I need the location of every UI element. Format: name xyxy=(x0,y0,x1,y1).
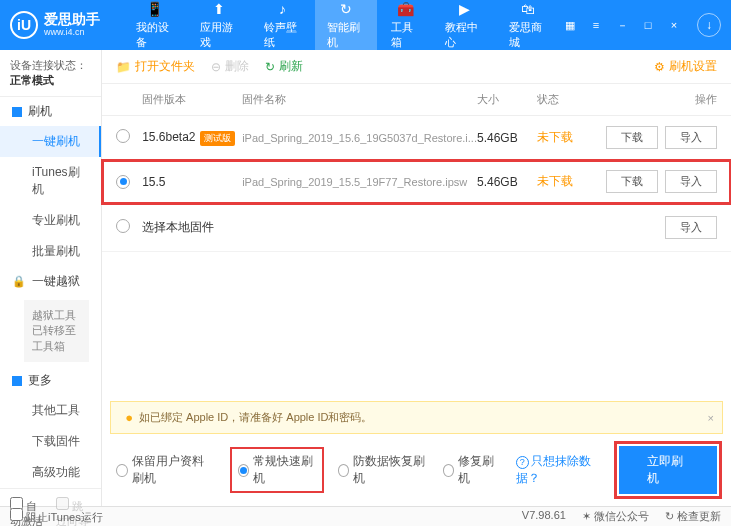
section-title: 更多 xyxy=(28,372,52,389)
titlebar: iU 爱思助手 www.i4.cn 📱我的设备⬆应用游戏♪铃声壁纸↻智能刷机🧰工… xyxy=(0,0,731,50)
maximize-icon[interactable]: □ xyxy=(637,14,659,36)
toolbar: 📁打开文件夹 ⊖删除 ↻刷新 ⚙刷机设置 xyxy=(102,50,731,84)
nav-icon: ⬆ xyxy=(210,0,228,18)
col-ops: 操作 xyxy=(587,92,717,107)
fw-radio[interactable] xyxy=(116,129,130,143)
fw-radio[interactable] xyxy=(116,175,130,189)
open-folder-button[interactable]: 📁打开文件夹 xyxy=(116,58,195,75)
minimize-icon[interactable]: － xyxy=(611,14,633,36)
local-fw-radio[interactable] xyxy=(116,219,130,233)
nav-item-4[interactable]: 🧰工具箱 xyxy=(379,0,431,54)
table-header: 固件版本 固件名称 大小 状态 操作 xyxy=(102,84,731,116)
sidebar-note: 越狱工具已转移至工具箱 xyxy=(24,300,89,362)
nav-icon: ♪ xyxy=(273,0,291,18)
col-name: 固件名称 xyxy=(242,92,477,107)
flash-mode-option[interactable]: 常规快速刷机 xyxy=(232,449,322,491)
section-title: 一键越狱 xyxy=(32,273,80,290)
appleid-notice: ● 如已绑定 Apple ID，请准备好 Apple ID和密码。 × xyxy=(110,401,723,434)
nav-icon: 🛍 xyxy=(519,0,537,18)
wechat-link[interactable]: ✶ 微信公众号 xyxy=(582,509,649,524)
nav-item-6[interactable]: 🛍爱思商城 xyxy=(497,0,559,54)
grid-icon[interactable]: ▦ xyxy=(559,14,581,36)
statusbar: 阻止iTunes运行 V7.98.61 ✶ 微信公众号 ↻ 检查更新 xyxy=(0,506,731,526)
close-icon[interactable]: × xyxy=(663,14,685,36)
download-button[interactable]: 下载 xyxy=(606,126,658,149)
import-button[interactable]: 导入 xyxy=(665,216,717,239)
radio-icon xyxy=(238,464,250,477)
sidebar-item[interactable]: iTunes刷机 xyxy=(0,157,101,205)
delete-icon: ⊖ xyxy=(211,60,221,74)
connection-status: 设备连接状态：正常模式 xyxy=(0,50,101,97)
nav-icon: 📱 xyxy=(146,0,164,18)
section-title: 刷机 xyxy=(28,103,52,120)
flash-mode-option[interactable]: 防数据恢复刷机 xyxy=(338,453,427,487)
brand-url: www.i4.cn xyxy=(44,28,100,38)
sidebar-section-header[interactable]: 刷机 xyxy=(0,97,101,126)
flash-mode-option[interactable]: 修复刷机 xyxy=(443,453,500,487)
check-update-link[interactable]: ↻ 检查更新 xyxy=(665,509,721,524)
nav-label: 智能刷机 xyxy=(327,20,365,50)
block-itunes-check[interactable]: 阻止iTunes运行 xyxy=(10,508,103,525)
update-icon: ↻ xyxy=(665,510,674,522)
square-icon xyxy=(12,376,22,386)
nav-label: 铃声壁纸 xyxy=(264,20,302,50)
fw-version: 15.5 xyxy=(142,175,242,189)
col-size: 大小 xyxy=(477,92,537,107)
nav-item-3[interactable]: ↻智能刷机 xyxy=(315,0,377,54)
nav-icon: 🧰 xyxy=(396,0,414,18)
local-fw-label: 选择本地固件 xyxy=(142,219,661,236)
flash-mode-label: 常规快速刷机 xyxy=(253,453,316,487)
conn-label: 设备连接状态： xyxy=(10,59,87,71)
flash-mode-option[interactable]: 保留用户资料刷机 xyxy=(116,453,215,487)
flash-now-button[interactable]: 立即刷机 xyxy=(619,446,717,494)
col-status: 状态 xyxy=(537,92,587,107)
radio-icon xyxy=(116,464,128,477)
notice-close-icon[interactable]: × xyxy=(708,412,714,424)
sidebar-section-header[interactable]: 🔒一键越狱 xyxy=(0,267,101,296)
sidebar-item[interactable]: 一键刷机 xyxy=(0,126,101,157)
fw-status: 未下载 xyxy=(537,173,587,190)
nav-item-1[interactable]: ⬆应用游戏 xyxy=(188,0,250,54)
menu-icon[interactable]: ≡ xyxy=(585,14,607,36)
sidebar-item[interactable]: 其他工具 xyxy=(0,395,101,426)
sidebar: 设备连接状态：正常模式 刷机一键刷机iTunes刷机专业刷机批量刷机🔒一键越狱越… xyxy=(0,50,102,506)
version-label: V7.98.61 xyxy=(522,509,566,524)
notice-text: 如已绑定 Apple ID，请准备好 Apple ID和密码。 xyxy=(139,410,373,425)
download-indicator-icon[interactable]: ↓ xyxy=(697,13,721,37)
sidebar-item[interactable]: 专业刷机 xyxy=(0,205,101,236)
nav-label: 我的设备 xyxy=(136,20,174,50)
sidebar-item[interactable]: 高级功能 xyxy=(0,457,101,488)
main-panel: 📁打开文件夹 ⊖删除 ↻刷新 ⚙刷机设置 固件版本 固件名称 大小 状态 操作 … xyxy=(102,50,731,506)
sidebar-section-header[interactable]: 更多 xyxy=(0,366,101,395)
firmware-row[interactable]: 15.5 iPad_Spring_2019_15.5_19F77_Restore… xyxy=(102,160,731,204)
download-button[interactable]: 下载 xyxy=(606,170,658,193)
flash-options: 保留用户资料刷机常规快速刷机防数据恢复刷机修复刷机?只想抹除数据？立即刷机 xyxy=(102,434,731,506)
folder-icon: 📁 xyxy=(116,60,131,74)
fw-size: 5.46GB xyxy=(477,131,537,145)
nav-item-2[interactable]: ♪铃声壁纸 xyxy=(252,0,314,54)
sidebar-item[interactable]: 批量刷机 xyxy=(0,236,101,267)
refresh-button[interactable]: ↻刷新 xyxy=(265,58,303,75)
flash-mode-label: 保留用户资料刷机 xyxy=(132,453,216,487)
window-controls: ▦ ≡ － □ × ↓ xyxy=(559,13,721,37)
logo-icon: iU xyxy=(10,11,38,39)
fw-status: 未下载 xyxy=(537,129,587,146)
fw-name: iPad_Spring_2019_15.5_19F77_Restore.ipsw xyxy=(242,176,477,188)
fw-name: iPad_Spring_2019_15.6_19G5037d_Restore.i… xyxy=(242,132,477,144)
import-button[interactable]: 导入 xyxy=(665,170,717,193)
nav-item-0[interactable]: 📱我的设备 xyxy=(124,0,186,54)
wechat-icon: ✶ xyxy=(582,510,591,522)
local-firmware-row: 选择本地固件 导入 xyxy=(102,204,731,252)
sidebar-item[interactable]: 下载固件 xyxy=(0,426,101,457)
nav-icon: ↻ xyxy=(337,0,355,18)
refresh-icon: ↻ xyxy=(265,60,275,74)
import-button[interactable]: 导入 xyxy=(665,126,717,149)
lock-icon: 🔒 xyxy=(12,275,26,288)
flash-settings-button[interactable]: ⚙刷机设置 xyxy=(654,58,717,75)
delete-button: ⊖删除 xyxy=(211,58,249,75)
fw-size: 5.46GB xyxy=(477,175,537,189)
firmware-row[interactable]: 15.6beta2测试版 iPad_Spring_2019_15.6_19G50… xyxy=(102,116,731,160)
nav-item-5[interactable]: ▶教程中心 xyxy=(433,0,495,54)
gear-icon: ⚙ xyxy=(654,60,665,74)
flash-mode-label: 修复刷机 xyxy=(458,453,500,487)
